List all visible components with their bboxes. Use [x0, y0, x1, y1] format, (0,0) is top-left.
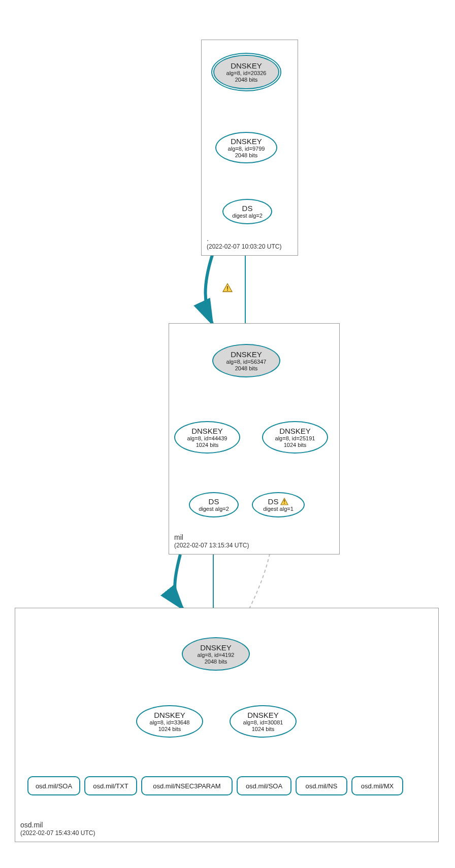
node-line3: 1024 bits — [196, 442, 219, 448]
rr-osd-soa-2[interactable]: osd.mil/SOA — [237, 776, 291, 795]
svg-text:!: ! — [226, 285, 229, 292]
node-mil-zsk1[interactable]: DNSKEY alg=8, id=44439 1024 bits — [174, 421, 240, 454]
node-root-ds[interactable]: DS digest alg=2 — [222, 199, 272, 224]
zone-root-name: . — [207, 234, 281, 243]
node-line3: 1024 bits — [252, 726, 275, 733]
zone-osd-name: osd.mil — [20, 820, 95, 829]
node-title: DNSKEY — [231, 137, 262, 146]
warning-icon: ! — [280, 498, 288, 505]
node-line2: alg=8, id=44439 — [187, 435, 228, 442]
node-root-ksk[interactable]: DNSKEY alg=8, id=20326 2048 bits — [213, 55, 279, 89]
node-line2: alg=8, id=9799 — [228, 146, 265, 152]
rr-osd-txt[interactable]: osd.mil/TXT — [84, 776, 137, 795]
node-title: DS — [209, 497, 219, 506]
node-mil-zsk2[interactable]: DNSKEY alg=8, id=25191 1024 bits — [262, 421, 328, 454]
node-title: DNSKEY — [154, 711, 185, 719]
node-mil-ds2[interactable]: DS ! digest alg=1 — [252, 492, 305, 517]
node-title: DNSKEY — [191, 427, 223, 435]
svg-text:!: ! — [284, 499, 285, 505]
node-line2: digest alg=2 — [232, 213, 263, 219]
node-title: DNSKEY — [231, 61, 262, 70]
node-line2: alg=8, id=33648 — [150, 719, 190, 726]
node-line3: 2048 bits — [235, 365, 258, 372]
rr-osd-nsec3param[interactable]: osd.mil/NSEC3PARAM — [141, 776, 233, 795]
node-osd-ksk[interactable]: DNSKEY alg=8, id=4192 2048 bits — [182, 637, 250, 671]
node-line2: digest alg=1 — [263, 506, 294, 512]
zone-osd-label: osd.mil (2022-02-07 15:43:40 UTC) — [20, 820, 95, 838]
node-root-zsk[interactable]: DNSKEY alg=8, id=9799 2048 bits — [215, 132, 277, 163]
node-line2: alg=8, id=56347 — [226, 359, 267, 365]
warning-icon: ! — [222, 283, 233, 292]
node-line3: 1024 bits — [284, 442, 307, 448]
rr-osd-ns[interactable]: osd.mil/NS — [296, 776, 347, 795]
zone-mil-name: mil — [174, 533, 249, 542]
rr-osd-soa-1[interactable]: osd.mil/SOA — [27, 776, 80, 795]
node-mil-ksk[interactable]: DNSKEY alg=8, id=56347 2048 bits — [212, 344, 280, 377]
node-title: DS — [242, 204, 253, 213]
zone-root-timestamp: (2022-02-07 10:03:20 UTC) — [207, 243, 281, 251]
node-title: DNSKEY — [231, 350, 262, 359]
node-title: DNSKEY — [279, 427, 311, 435]
node-title: DS — [268, 497, 279, 506]
node-line2: alg=8, id=30081 — [243, 719, 283, 726]
node-title: DNSKEY — [200, 643, 232, 652]
node-line3: 1024 bits — [158, 726, 181, 733]
node-line2: alg=8, id=20326 — [226, 70, 267, 77]
node-line3: 2048 bits — [235, 152, 258, 159]
zone-mil-timestamp: (2022-02-07 13:15:34 UTC) — [174, 542, 249, 550]
node-line2: alg=8, id=4192 — [198, 652, 235, 658]
node-line3: 2048 bits — [235, 77, 258, 83]
zone-osd-timestamp: (2022-02-07 15:43:40 UTC) — [20, 829, 95, 838]
node-mil-ds1[interactable]: DS digest alg=2 — [189, 492, 239, 517]
zone-root-label: . (2022-02-07 10:03:20 UTC) — [207, 234, 281, 251]
rr-osd-mx[interactable]: osd.mil/MX — [351, 776, 403, 795]
node-line2: alg=8, id=25191 — [275, 435, 315, 442]
node-osd-zsk1[interactable]: DNSKEY alg=8, id=33648 1024 bits — [136, 705, 203, 738]
node-title: DNSKEY — [247, 711, 279, 719]
zone-mil-label: mil (2022-02-07 13:15:34 UTC) — [174, 533, 249, 550]
node-line2: digest alg=2 — [199, 506, 229, 512]
node-osd-zsk2[interactable]: DNSKEY alg=8, id=30081 1024 bits — [230, 705, 297, 738]
node-line3: 2048 bits — [205, 658, 228, 665]
